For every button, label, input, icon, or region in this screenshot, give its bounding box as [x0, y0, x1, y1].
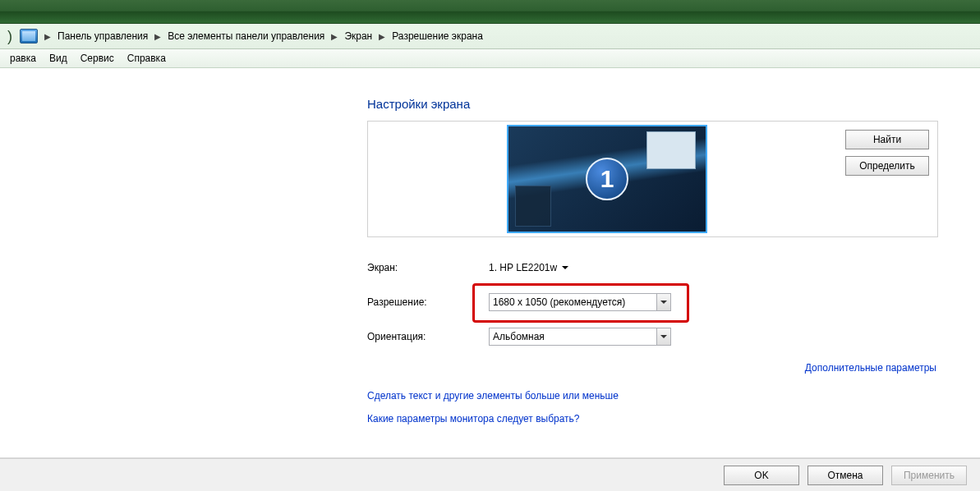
breadcrumb-item[interactable]: Панель управления: [56, 29, 150, 44]
display-preview-box: 1 Найти Определить: [367, 121, 938, 237]
section-title: Настройки экрана: [367, 97, 942, 111]
field-row-resolution: Разрешение: 1680 x 1050 (рекомендуется): [367, 293, 942, 311]
content-area: Настройки экрана 1 Найти Определить Экра…: [0, 68, 980, 458]
resolution-value: 1680 x 1050 (рекомендуется): [493, 296, 625, 308]
window-titlebar: [0, 0, 980, 24]
breadcrumb-item[interactable]: Все элементы панели управления: [166, 29, 326, 44]
display-dropdown[interactable]: 1. HP LE2201w: [489, 262, 568, 273]
address-bar: ) ▶ Панель управления ▶ Все элементы пан…: [0, 24, 980, 49]
identify-button[interactable]: Определить: [845, 156, 929, 176]
mini-window-icon: [646, 131, 696, 169]
menu-item-edit[interactable]: равка: [3, 51, 43, 66]
menu-item-tools[interactable]: Сервис: [74, 51, 121, 66]
display-number-badge: 1: [586, 158, 628, 200]
orientation-value: Альбомная: [493, 331, 545, 342]
display-value: 1. HP LE2201w: [489, 262, 557, 273]
display-label: Экран:: [367, 262, 489, 273]
text-size-link[interactable]: Сделать текст и другие элементы больше и…: [367, 390, 942, 402]
monitor-help-link[interactable]: Какие параметры монитора следует выбрать…: [367, 413, 942, 424]
settings-fields: Экран: 1. HP LE2201w Разрешение: 1680 x …: [367, 259, 942, 346]
chevron-right-icon[interactable]: ▶: [151, 32, 164, 41]
orientation-label: Ориентация:: [367, 331, 489, 342]
breadcrumb-item[interactable]: Экран: [343, 29, 374, 44]
chevron-right-icon[interactable]: ▶: [41, 32, 54, 41]
orientation-dropdown[interactable]: Альбомная: [489, 328, 671, 346]
breadcrumb-item[interactable]: Разрешение экрана: [390, 29, 485, 44]
nav-back-button[interactable]: ): [5, 27, 15, 45]
breadcrumb: ▶ Панель управления ▶ Все элементы панел…: [41, 29, 485, 44]
field-row-display: Экран: 1. HP LE2201w: [367, 259, 942, 277]
chevron-down-icon: [562, 266, 568, 269]
chevron-right-icon[interactable]: ▶: [375, 32, 389, 41]
find-button[interactable]: Найти: [845, 130, 929, 149]
dialog-footer: OK Отмена Применить: [0, 458, 980, 491]
menu-item-help[interactable]: Справка: [121, 51, 173, 66]
field-row-orientation: Ориентация: Альбомная: [367, 328, 942, 346]
cancel-button[interactable]: Отмена: [807, 466, 883, 485]
menu-item-view[interactable]: Вид: [43, 51, 74, 66]
control-panel-icon: [20, 29, 38, 44]
advanced-settings-link[interactable]: Дополнительные параметры: [805, 362, 936, 374]
chevron-right-icon[interactable]: ▶: [328, 32, 341, 41]
menu-bar: равка Вид Сервис Справка: [0, 49, 980, 68]
chevron-down-icon: [656, 294, 670, 310]
mini-taskbar-icon: [515, 186, 551, 227]
apply-button[interactable]: Применить: [891, 466, 967, 485]
chevron-down-icon: [656, 328, 670, 345]
ok-button[interactable]: OK: [724, 466, 799, 485]
display-thumbnail[interactable]: 1: [507, 125, 707, 233]
resolution-dropdown[interactable]: 1680 x 1050 (рекомендуется): [489, 293, 671, 311]
resolution-label: Разрешение:: [367, 296, 489, 308]
